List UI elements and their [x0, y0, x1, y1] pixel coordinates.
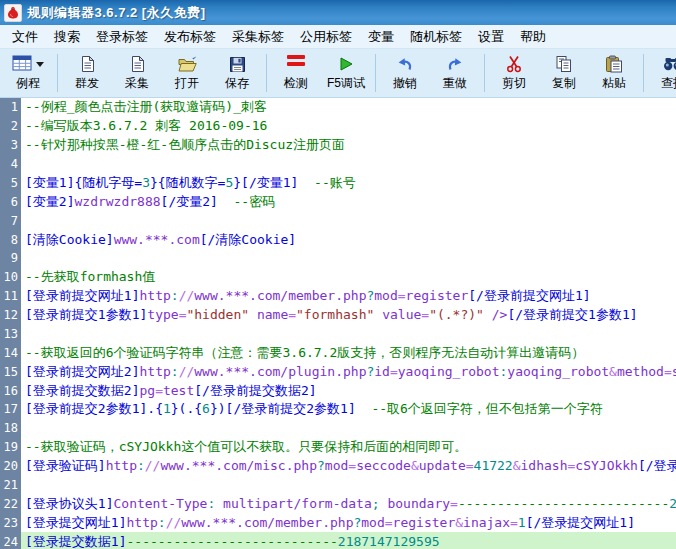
line-number: 1 — [0, 98, 21, 117]
editor-line-8[interactable]: 8[清除Cookie]www.***.com[/清除Cookie] — [0, 230, 676, 249]
menu-item-10[interactable]: 帮助 — [512, 26, 554, 48]
toolbar-button-label: 剪切 — [502, 75, 526, 92]
line-code: --例程_颜色点击注册(获取邀请码)_刺客 — [21, 98, 267, 116]
editor-line-10[interactable]: 10--先获取formhash值 — [0, 268, 676, 287]
toolbar-button-copy[interactable]: 复制 — [539, 50, 589, 96]
menu-item-1[interactable]: 文件 — [4, 26, 46, 48]
toolbar-separator — [375, 54, 376, 92]
line-code: --编写版本3.6.7.2 刺客 2016-09-16 — [21, 117, 267, 135]
editor-line-2[interactable]: 2--编写版本3.6.7.2 刺客 2016-09-16 — [0, 117, 676, 136]
line-number: 13 — [0, 325, 21, 344]
toolbar-separator — [57, 54, 58, 92]
editor-line-19[interactable]: 19--获取验证码，cSYJOkkh这个值可以不获取。只要保持和后面的相同即可。 — [0, 438, 676, 457]
editor-line-17[interactable]: 17[登录前提交2参数1].{1}(.{6})[/登录前提交2参数1] --取6… — [0, 400, 676, 419]
menu-item-2[interactable]: 搜索 — [46, 26, 88, 48]
editor-line-13[interactable]: 13 — [0, 325, 676, 344]
toolbar-button-save[interactable]: 保存 — [212, 50, 262, 96]
menu-item-5[interactable]: 采集标签 — [224, 26, 292, 48]
editor-line-24[interactable]: 24[登录提交数据1]---------------------------21… — [0, 532, 676, 549]
app-icon — [4, 4, 22, 22]
editor-line-1[interactable]: 1--例程_颜色点击注册(获取邀请码)_刺客 — [0, 98, 676, 117]
editor-line-16[interactable]: 16[登录前提交数据2]pg=test[/登录前提交数据2] — [0, 381, 676, 400]
editor-line-12[interactable]: 12[登录前提交1参数1]type="hidden" name="formhas… — [0, 306, 676, 325]
toolbar-button-label: 撤销 — [393, 75, 417, 92]
line-code: [登录验证码]http://www.***.com/misc.php?mod=s… — [21, 457, 676, 475]
line-number: 12 — [0, 306, 21, 325]
menu-item-8[interactable]: 随机标签 — [402, 26, 470, 48]
line-number: 10 — [0, 268, 21, 287]
paste-icon — [605, 55, 623, 74]
chevron-down-icon[interactable] — [36, 62, 44, 67]
menu-item-4[interactable]: 发布标签 — [156, 26, 224, 48]
line-code: [登录前提交2参数1].{1}(.{6})[/登录前提交2参数1] --取6个返… — [21, 400, 603, 418]
toolbar-button-f5-debug[interactable]: F5调试 — [321, 50, 371, 96]
toolbar-button-label: 重做 — [443, 75, 467, 92]
toolbar-button-open[interactable]: 打开 — [162, 50, 212, 96]
toolbar-button-label: 群发 — [75, 75, 99, 92]
editor-line-20[interactable]: 20[登录验证码]http://www.***.com/misc.php?mod… — [0, 457, 676, 476]
toolbar-button-redo[interactable]: 重做 — [430, 50, 480, 96]
toolbar-separator — [643, 54, 644, 92]
toolbar-button-paste[interactable]: 粘贴 — [589, 50, 639, 96]
editor-line-18[interactable]: 18 — [0, 419, 676, 438]
line-code: --针对那种按黑-橙-红-色顺序点击的Discuz注册页面 — [21, 136, 345, 154]
line-number: 23 — [0, 513, 21, 532]
app-window: 规则编辑器3.6.7.2 [永久免费] 文件搜索登录标签发布标签采集标签公用标签… — [0, 0, 676, 549]
line-number: 14 — [0, 343, 21, 362]
toolbar-button-check[interactable]: 检测 — [271, 50, 321, 96]
toolbar-button-mass-send[interactable]: 群发 — [62, 50, 112, 96]
menu-item-6[interactable]: 公用标签 — [292, 26, 360, 48]
red-pouch-icon — [7, 6, 19, 19]
menu-item-7[interactable]: 变量 — [360, 26, 402, 48]
editor-line-22[interactable]: 22[登录协议头1]Content-Type: multipart/form-d… — [0, 494, 676, 513]
toolbar-button-collect[interactable]: 采集 — [112, 50, 162, 96]
line-number: 15 — [0, 362, 21, 381]
line-code: [登录前提交网址1]http://www.***.com/member.php?… — [21, 287, 591, 305]
title-bar: 规则编辑器3.6.7.2 [永久免费] — [0, 0, 676, 25]
toolbar-separator — [484, 54, 485, 92]
document-icon — [80, 55, 95, 74]
line-number: 20 — [0, 457, 21, 476]
editor-line-14[interactable]: 14--获取返回的6个验证码字符串（注意：需要3.6.7.2版支持，否则程序无法… — [0, 343, 676, 362]
editor-line-23[interactable]: 23[登录提交网址1]http://www.***.com/member.php… — [0, 513, 676, 532]
editor-line-5[interactable]: 5[变量1]{随机字母=3}{随机数字=5}[/变量1] --账号 — [0, 174, 676, 193]
line-code: --先获取formhash值 — [21, 268, 155, 286]
line-code: [变量2]wzdrwzdr888[/变量2] --密码 — [21, 193, 275, 211]
editor-line-15[interactable]: 15[登录前提交网址2]http://www.***.com/plugin.ph… — [0, 362, 676, 381]
editor-line-4[interactable]: 4 — [0, 155, 676, 174]
editor-line-11[interactable]: 11[登录前提交网址1]http://www.***.com/member.ph… — [0, 287, 676, 306]
line-code: [登录提交网址1]http://www.***.com/member.php?m… — [21, 514, 635, 532]
editor-line-6[interactable]: 6[变量2]wzdrwzdr888[/变量2] --密码 — [0, 192, 676, 211]
line-number: 16 — [0, 381, 21, 400]
menu-item-9[interactable]: 设置 — [470, 26, 512, 48]
toolbar-button-undo[interactable]: 撤销 — [380, 50, 430, 96]
editor-line-7[interactable]: 7 — [0, 211, 676, 230]
line-number: 8 — [0, 230, 21, 249]
debug-play-icon — [338, 55, 354, 74]
editor[interactable]: 1--例程_颜色点击注册(获取邀请码)_刺客2--编写版本3.6.7.2 刺客 … — [0, 98, 676, 549]
editor-line-3[interactable]: 3--针对那种按黑-橙-红-色顺序点击的Discuz注册页面 — [0, 136, 676, 155]
menu-item-3[interactable]: 登录标签 — [88, 26, 156, 48]
line-code: [登录前提交1参数1]type="hidden" name="formhash"… — [21, 306, 638, 324]
editor-line-21[interactable]: 21 — [0, 476, 676, 495]
line-number: 3 — [0, 136, 21, 155]
window-title: 规则编辑器3.6.7.2 [永久免费] — [27, 4, 206, 22]
line-number: 6 — [0, 192, 21, 211]
toolbar-button-find[interactable]: 查找 — [648, 50, 676, 96]
table-icon — [12, 55, 32, 74]
toolbar-button-label: F5调试 — [327, 75, 365, 92]
line-number: 18 — [0, 419, 21, 438]
toolbar-button-label: 查找 — [661, 75, 676, 92]
line-number: 19 — [0, 438, 21, 457]
toolbar-button-cut[interactable]: 剪切 — [489, 50, 539, 96]
line-code: [登录提交数据1]---------------------------2187… — [21, 533, 440, 549]
editor-line-9[interactable]: 9 — [0, 249, 676, 268]
toolbar-button-label: 保存 — [225, 75, 249, 92]
toolbar: 例程 群发 — [0, 49, 676, 98]
line-code: [登录前提交网址2]http://www.***.com/plugin.php?… — [21, 363, 676, 381]
line-number: 21 — [0, 476, 21, 495]
cut-icon — [506, 55, 522, 74]
toolbar-button-examples[interactable]: 例程 — [3, 50, 53, 96]
line-code: [变量1]{随机字母=3}{随机数字=5}[/变量1] --账号 — [21, 174, 356, 192]
find-icon — [663, 55, 676, 74]
